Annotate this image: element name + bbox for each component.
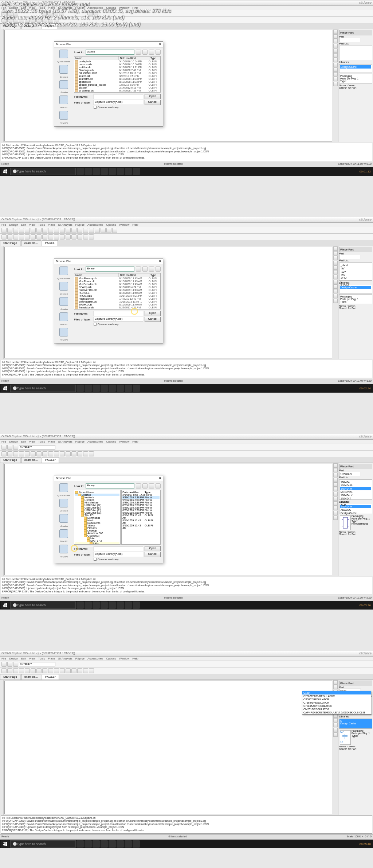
explorer-icon[interactable] [85,602,92,609]
app-icon[interactable] [109,602,116,609]
dropdown-item[interactable]: CAPNP/DISCRETEMODULE/17.2/OSDISK:OLB:CLI… [302,711,371,714]
col-type[interactable]: Type [149,57,160,60]
store-icon[interactable] [101,168,108,175]
detail-list[interactable]: Date modifiedType2/1/2017 8:55 ...AMFile… [121,490,161,545]
capture-icon[interactable] [133,840,140,848]
start-button[interactable] [1,385,9,392]
toolbar-icon[interactable] [48,451,53,456]
menu-item[interactable]: File [1,657,6,660]
place-icon[interactable] [59,297,68,306]
app-icon[interactable] [109,168,116,175]
part-input[interactable] [339,38,361,42]
toolbar-icon[interactable] [48,234,53,240]
filetype-dropdown[interactable]: Capture Library(*.olb) [94,552,143,557]
newfolder-icon[interactable] [149,50,154,55]
readonly-checkbox[interactable] [94,558,97,561]
dropdown-item[interactable]: CS5007/REGULATOR [302,698,371,701]
cancel-button[interactable]: Cancel [145,100,161,105]
list-row[interactable]: 8/29/2016 2:38 PMFile fol [122,511,160,514]
chrome-icon[interactable] [125,602,132,609]
menu-item[interactable]: Place [48,440,55,443]
readonly-checkbox[interactable] [94,323,97,326]
menu-item[interactable]: Options [106,440,116,443]
lookin-dropdown[interactable]: library [86,266,134,272]
tree-item[interactable]: USB Drive (E:) [75,506,119,509]
toolbar-icon[interactable] [66,234,71,240]
menu-item[interactable]: Edit [21,440,26,443]
toolbar-icon[interactable] [42,451,47,456]
file-row[interactable]: SILICONIX.OLB5/1/2016 10:17 PMOLB Fi [74,72,160,75]
tree-item[interactable]: Desktop [75,494,119,496]
toolbar-icon[interactable] [89,228,94,233]
toolbar-icon[interactable] [71,668,76,673]
search-combo[interactable] [19,662,55,666]
toolbar-icon[interactable] [60,451,65,456]
explorer-icon[interactable] [85,840,92,848]
tool-icon[interactable] [333,478,338,482]
partlist-item[interactable]: 1N7404JS [340,484,371,487]
port-tool-icon[interactable] [333,58,338,62]
capture-icon[interactable] [133,602,140,609]
tool-icon[interactable] [333,289,338,293]
toolbar-icon[interactable] [60,234,65,240]
partlist-item[interactable]: +12V [340,277,371,280]
menu-item[interactable]: Tools [38,440,45,443]
toolbar-icon[interactable] [89,234,94,240]
menu-item[interactable]: SI Analysis [58,440,72,443]
newfolder-icon[interactable] [149,266,154,272]
menu-item[interactable]: Tools [38,223,45,226]
toolbar-icon[interactable] [54,234,59,240]
tool-icon[interactable] [333,506,338,510]
menu-item[interactable]: Design [9,223,18,226]
file-row[interactable]: PassiveFilter.olb8/16/2009 11:43 AMOLB F… [74,289,160,292]
tool-icon[interactable] [333,256,338,260]
toolbar-icon[interactable] [7,451,12,456]
part-input[interactable] [339,472,361,476]
taskbar-search[interactable]: ⚪ Type here to search [10,385,76,392]
part-input[interactable] [339,255,361,259]
tree-item[interactable]: Desktop [75,529,119,532]
tool-icon[interactable] [333,246,338,251]
edge-icon[interactable] [93,840,100,848]
tool-icon[interactable] [333,718,338,723]
toolbar-icon[interactable] [83,234,88,240]
filename-input[interactable] [94,311,143,316]
taskview-icon[interactable] [76,840,84,848]
file-list[interactable]: Name Date modified Type pswhgl.olb5/10/2… [74,56,161,93]
readonly-checkbox[interactable] [94,106,97,109]
toolbar-icon[interactable] [31,668,36,673]
toolbar-icon[interactable] [19,451,24,456]
library-item[interactable]: Design Cache [340,511,371,515]
toolbar-icon[interactable] [1,668,7,673]
tool-icon[interactable] [333,294,338,298]
searchpart-link[interactable]: Search for Part [339,307,372,310]
dropdown-item[interactable]: C160 [302,691,371,694]
list-row[interactable]: 8/16/2009 11:43 AMOLB Fil [122,524,160,529]
net-tool-icon[interactable] [333,44,338,48]
libraries-box[interactable]: CDesign Cache [339,719,372,729]
rect-tool-icon[interactable] [333,77,338,81]
thispc-icon[interactable] [59,96,68,104]
open-icon[interactable] [7,662,12,667]
partlist-item[interactable]: MSG2N74 [340,490,371,494]
menu-item[interactable]: SI Analysis [58,223,72,226]
power-tool-icon[interactable] [333,48,338,53]
partlist-item[interactable]: -5V [340,267,371,270]
tree-item[interactable]: Intel [75,537,119,540]
place-icon[interactable] [59,529,68,538]
menu-item[interactable]: Design [9,440,18,443]
file-row[interactable]: pswhgl.olb5/10/2016 10:54 PMOLB Fi [74,60,160,63]
app-icon[interactable] [109,840,116,848]
capture-icon[interactable] [133,385,140,392]
tree-item[interactable]: USB Drive (G:) [75,511,119,514]
list-row[interactable]: 8/29/2016 2:38 PMFile fol [122,506,160,509]
toolbar-icon[interactable] [77,451,82,456]
toolbar-icon[interactable] [13,668,18,673]
file-row[interactable]: OPAmp.olb8/15/2013 4:24 PMOLB Fi [74,286,160,289]
menu-item[interactable]: Window [119,657,129,660]
toolbar-icon[interactable] [1,234,7,240]
toolbar-icon[interactable] [36,668,42,673]
menu-item[interactable]: SI Analysis [58,657,72,660]
open-button[interactable]: Open [145,94,161,99]
close-icon[interactable]: ✕ [159,476,161,480]
